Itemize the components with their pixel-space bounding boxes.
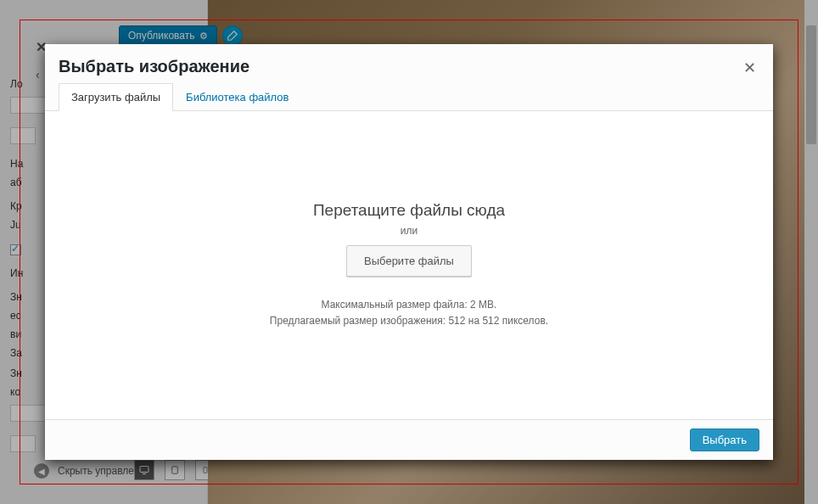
modal-title: Выбрать изображение bbox=[59, 44, 759, 83]
dropzone-or: или bbox=[401, 225, 417, 237]
dropzone-title: Перетащите файлы сюда bbox=[313, 201, 505, 220]
tab-upload[interactable]: Загрузить файлы bbox=[59, 83, 173, 111]
max-size-text: Максимальный размер файла: 2 MB. bbox=[270, 297, 548, 313]
select-button[interactable]: Выбрать bbox=[690, 428, 759, 451]
select-files-button[interactable]: Выберите файлы bbox=[346, 245, 472, 277]
modal-tabs: Загрузить файлы Библиотека файлов bbox=[45, 83, 773, 111]
suggested-size-text: Предлагаемый размер изображения: 512 на … bbox=[270, 313, 548, 329]
modal-header: Выбрать изображение ✕ bbox=[45, 44, 773, 83]
upload-info: Максимальный размер файла: 2 MB. Предлаг… bbox=[270, 297, 548, 329]
media-modal: Выбрать изображение ✕ Загрузить файлы Би… bbox=[45, 44, 773, 460]
tab-library[interactable]: Библиотека файлов bbox=[173, 83, 301, 111]
modal-footer: Выбрать bbox=[45, 419, 773, 460]
upload-dropzone[interactable]: Перетащите файлы сюда или Выберите файлы… bbox=[45, 111, 773, 419]
close-icon[interactable]: ✕ bbox=[736, 54, 763, 81]
